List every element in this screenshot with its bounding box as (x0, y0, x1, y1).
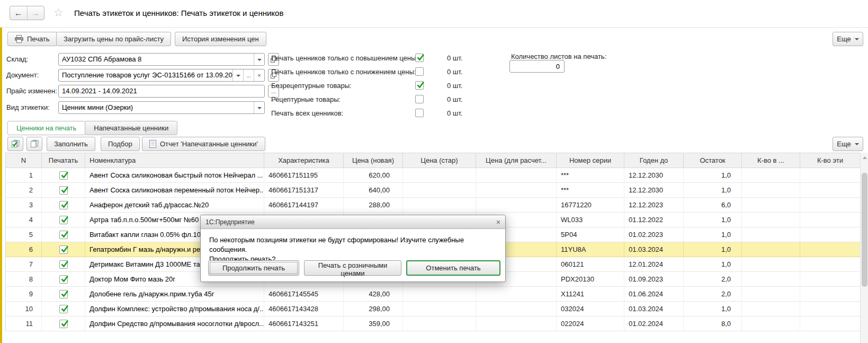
cell-stock[interactable]: 1,0 (684, 168, 742, 183)
cell-stock[interactable]: 1,0 (684, 227, 742, 242)
cell-checked[interactable] (42, 287, 85, 302)
dialog-title-bar[interactable]: 1С:Предприятие × (201, 215, 505, 229)
table-row[interactable]: 9Долобене гель д/наружн.прим.туба 45г460… (6, 287, 861, 302)
row-print-checkbox[interactable] (59, 275, 68, 284)
option-checkbox[interactable] (415, 67, 424, 76)
cell-price_new[interactable]: 288,00 (344, 198, 403, 213)
cell-valid_until[interactable]: 12.01.2024 (624, 257, 684, 272)
cell-qty_labels[interactable] (800, 168, 861, 183)
document-ellipsis-icon[interactable]: ... (243, 69, 254, 81)
cell-price_new[interactable]: 428,00 (344, 287, 403, 302)
cell-valid_until[interactable]: 01.03.2024 (624, 302, 684, 316)
warehouse-field[interactable]: АУ1032 СПб Абрамова 8 (58, 53, 265, 66)
document-field[interactable]: Поступление товаров услуг ЭС-01315166 от… (58, 69, 265, 82)
cell-qty_box[interactable] (742, 183, 800, 198)
cell-checked[interactable] (42, 198, 85, 213)
row-print-checkbox[interactable] (59, 245, 68, 254)
cell-series[interactable]: X11241 (557, 287, 624, 302)
cell-series[interactable]: PDX20130 (557, 272, 624, 287)
cell-series[interactable]: *** (557, 183, 624, 198)
row-print-checkbox[interactable] (59, 201, 68, 209)
forward-icon[interactable]: → (27, 6, 44, 20)
cell-qty_box[interactable] (742, 257, 800, 272)
cell-n[interactable]: 5 (6, 227, 42, 242)
cell-price_old[interactable] (403, 183, 476, 198)
cell-stock[interactable]: 1,0 (684, 257, 742, 272)
row-print-checkbox[interactable] (59, 305, 68, 313)
price-period-field[interactable]: 14.09.2021 - 14.09.2021 (58, 85, 265, 98)
cell-characteristic[interactable]: 4606617143251 (264, 316, 344, 331)
scrollbar-thumb[interactable] (862, 173, 867, 287)
column-header[interactable]: К-во эти (800, 153, 861, 168)
favorite-star-icon[interactable]: ☆ (53, 6, 64, 19)
cell-qty_labels[interactable] (800, 227, 861, 242)
tab-price-tags-to-print[interactable]: Ценники на печать (7, 121, 85, 135)
cell-characteristic[interactable]: 4606617151317 (264, 183, 344, 198)
cell-characteristic[interactable]: 4606617145545 (264, 287, 344, 302)
cell-stock[interactable]: 6,0 (684, 198, 742, 213)
cell-stock[interactable]: 2,0 (684, 272, 742, 287)
document-clear-icon[interactable]: × (254, 69, 264, 81)
cell-series[interactable]: 060121 (557, 257, 624, 272)
cell-n[interactable]: 4 (6, 213, 42, 227)
cell-n[interactable]: 11 (6, 316, 42, 331)
cell-series[interactable]: 022024 (557, 316, 624, 331)
cell-checked[interactable] (42, 257, 85, 272)
cell-price_new[interactable]: 359,00 (344, 316, 403, 331)
warehouse-dropdown-icon[interactable] (254, 54, 264, 65)
continue-print-button[interactable]: Продолжить печать (208, 260, 299, 276)
column-header[interactable]: Годен до (624, 153, 684, 168)
table-row[interactable]: 11Долфин Средство д/промывания носоглотк… (6, 316, 861, 331)
cell-qty_labels[interactable] (800, 287, 861, 302)
cell-qty_labels[interactable] (800, 198, 861, 213)
cell-name[interactable]: Авент Соска силиконовая быстрый поток Не… (85, 168, 264, 183)
price-history-button[interactable]: История изменения цен (175, 32, 266, 46)
cell-stock[interactable]: 1,0 (684, 213, 742, 227)
column-header[interactable]: Печатать (42, 153, 85, 168)
cell-checked[interactable] (42, 302, 85, 316)
cell-qty_box[interactable] (742, 287, 800, 302)
row-print-checkbox[interactable] (59, 171, 68, 180)
cell-price_calc[interactable] (476, 198, 557, 213)
cell-price_old[interactable] (403, 168, 476, 183)
cell-series[interactable]: 032024 (557, 302, 624, 316)
cell-characteristic[interactable]: 4606617151195 (264, 168, 344, 183)
print-retail-prices-button[interactable]: Печать с розничными ценами (304, 260, 401, 276)
cell-name[interactable]: Авент Соска силиконовая переменный поток… (85, 183, 264, 198)
cell-checked[interactable] (42, 272, 85, 287)
cell-price_new[interactable]: 640,00 (344, 183, 403, 198)
row-print-checkbox[interactable] (59, 320, 68, 328)
cell-valid_until[interactable]: 12.12.2030 (624, 168, 684, 183)
fill-button[interactable]: Заполнить (47, 137, 95, 151)
uncheck-all-button[interactable] (26, 137, 42, 151)
cell-valid_until[interactable]: 01.02.2023 (624, 227, 684, 242)
cell-n[interactable]: 3 (6, 198, 42, 213)
cell-price_calc[interactable] (476, 168, 557, 183)
cell-qty_box[interactable] (742, 213, 800, 227)
cell-stock[interactable]: 1,0 (684, 242, 742, 257)
cell-stock[interactable]: 8,0 (684, 316, 742, 331)
cell-checked[interactable] (42, 227, 85, 242)
cell-n[interactable]: 1 (6, 168, 42, 183)
column-header[interactable]: Цена (новая) (344, 153, 403, 168)
pick-button[interactable]: Подбор (101, 137, 140, 151)
cell-valid_until[interactable]: 01.03.2024 (624, 242, 684, 257)
scroll-up-icon[interactable] (861, 154, 868, 161)
cancel-print-button[interactable]: Отменить печать (406, 260, 500, 276)
cell-qty_box[interactable] (742, 272, 800, 287)
dialog-close-icon[interactable]: × (496, 218, 500, 226)
cell-name[interactable]: Долобене гель д/наружн.прим.туба 45г (85, 287, 264, 302)
cell-price_old[interactable] (403, 287, 476, 302)
row-print-checkbox[interactable] (59, 231, 68, 239)
cell-series[interactable]: 11YU8A (557, 242, 624, 257)
cell-series[interactable]: WL033 (557, 213, 624, 227)
cell-price_calc[interactable] (476, 183, 557, 198)
cell-qty_box[interactable] (742, 198, 800, 213)
cell-valid_until[interactable]: 01.02.2024 (624, 316, 684, 331)
cell-n[interactable]: 2 (6, 183, 42, 198)
option-checkbox[interactable] (415, 109, 424, 117)
cell-qty_labels[interactable] (800, 316, 861, 331)
column-header[interactable]: Цена (для расчет... (476, 153, 557, 168)
table-row[interactable]: 2Авент Соска силиконовая переменный пото… (6, 183, 861, 198)
cell-series[interactable]: 5P04 (557, 227, 624, 242)
